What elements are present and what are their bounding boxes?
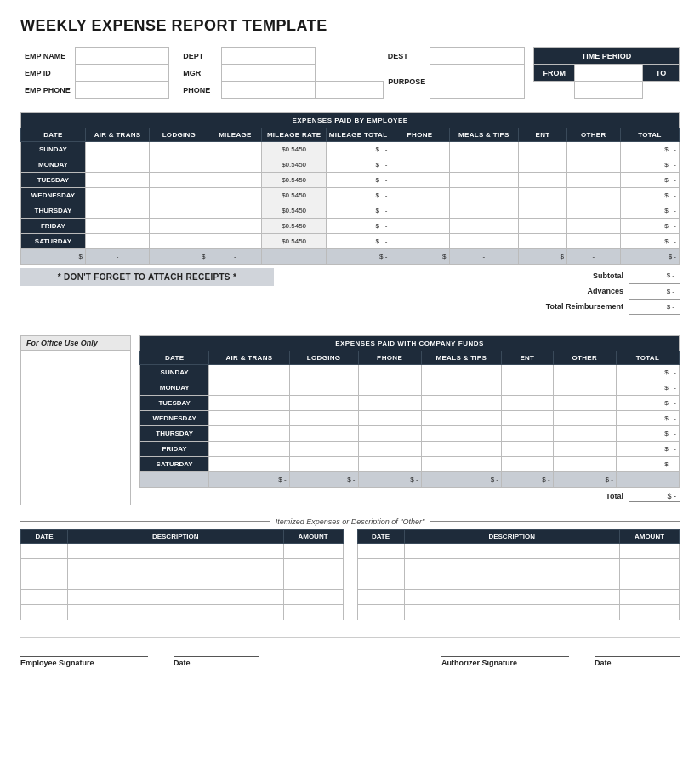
other-cell[interactable] [566,142,620,157]
other-cell[interactable] [566,219,620,234]
phone-value[interactable] [221,82,315,99]
other-cell[interactable] [566,203,620,219]
meals-cell[interactable] [449,173,519,188]
ent-cell[interactable] [519,188,567,203]
lodging-cell[interactable] [150,234,208,249]
phone-cell[interactable] [390,188,449,203]
phone-cell-c[interactable] [358,425,421,441]
air-trans-cell-c[interactable] [209,395,289,410]
ent-cell[interactable] [519,219,567,234]
air-trans-cell[interactable] [85,219,149,234]
air-trans-cell[interactable] [85,173,149,188]
air-trans-cell-c[interactable] [209,410,289,425]
itemized-desc[interactable] [404,574,620,589]
lodging-cell-c[interactable] [289,410,358,425]
air-trans-cell-c[interactable] [209,380,289,395]
itemized-amount[interactable] [283,589,343,604]
air-trans-cell[interactable] [85,188,149,203]
itemized-amount[interactable] [620,589,680,604]
ent-cell[interactable] [519,173,567,188]
meals-cell[interactable] [449,142,519,157]
meals-cell-c[interactable] [421,395,501,410]
itemized-date[interactable] [357,558,404,574]
phone-cell[interactable] [390,173,449,188]
meals-cell[interactable] [449,157,519,173]
meals-cell[interactable] [449,188,519,203]
meals-cell[interactable] [449,234,519,249]
dest-value[interactable] [430,48,524,65]
itemized-date[interactable] [21,558,68,574]
lodging-cell[interactable] [150,173,208,188]
air-trans-cell[interactable] [85,142,149,157]
lodging-cell[interactable] [150,219,208,234]
air-trans-cell-c[interactable] [209,456,289,471]
itemized-desc[interactable] [68,543,284,558]
itemized-desc[interactable] [404,604,620,620]
phone-cell-c[interactable] [358,441,421,456]
phone-cell-c[interactable] [358,395,421,410]
lodging-cell-c[interactable] [289,456,358,471]
emp-name-value[interactable] [75,48,168,65]
other-cell-c[interactable] [553,380,616,395]
mileage-cell[interactable] [208,157,262,173]
dept-value[interactable] [221,48,315,65]
meals-cell-c[interactable] [421,364,501,380]
meals-cell-c[interactable] [421,425,501,441]
lodging-cell-c[interactable] [289,364,358,380]
phone-cell-c[interactable] [358,410,421,425]
lodging-cell-c[interactable] [289,395,358,410]
phone-cell-c[interactable] [358,456,421,471]
itemized-date[interactable] [357,574,404,589]
ent-cell-c[interactable] [502,456,554,471]
air-trans-cell-c[interactable] [209,441,289,456]
lodging-cell[interactable] [150,157,208,173]
itemized-desc[interactable] [404,543,620,558]
meals-cell-c[interactable] [421,410,501,425]
phone-cell[interactable] [390,234,449,249]
lodging-cell-c[interactable] [289,425,358,441]
emp-id-value[interactable] [75,65,168,82]
phone-cell[interactable] [390,142,449,157]
phone-cell-c[interactable] [358,364,421,380]
air-trans-cell-c[interactable] [209,364,289,380]
lodging-cell[interactable] [150,188,208,203]
itemized-date[interactable] [21,604,68,620]
ent-cell-c[interactable] [502,364,554,380]
lodging-cell-c[interactable] [289,441,358,456]
other-cell-c[interactable] [553,425,616,441]
mileage-cell[interactable] [208,142,262,157]
to-value[interactable] [575,82,643,99]
mileage-cell[interactable] [208,188,262,203]
itemized-desc[interactable] [68,558,284,574]
mileage-cell[interactable] [208,173,262,188]
itemized-desc[interactable] [68,604,284,620]
ent-cell-c[interactable] [502,425,554,441]
meals-cell[interactable] [449,219,519,234]
itemized-desc[interactable] [68,574,284,589]
itemized-date[interactable] [357,543,404,558]
phone-cell[interactable] [390,219,449,234]
itemized-date[interactable] [357,604,404,620]
emp-phone-value[interactable] [75,82,168,99]
itemized-amount[interactable] [283,543,343,558]
itemized-date[interactable] [357,589,404,604]
air-trans-cell[interactable] [85,203,149,219]
mileage-cell[interactable] [208,234,262,249]
other-cell-c[interactable] [553,441,616,456]
ent-cell[interactable] [519,142,567,157]
itemized-date[interactable] [21,589,68,604]
other-cell[interactable] [566,188,620,203]
mgr-value[interactable] [221,65,315,82]
ent-cell-c[interactable] [502,441,554,456]
itemized-amount[interactable] [620,604,680,620]
itemized-date[interactable] [21,574,68,589]
meals-cell-c[interactable] [421,441,501,456]
other-cell-c[interactable] [553,410,616,425]
meals-cell-c[interactable] [421,456,501,471]
itemized-amount[interactable] [283,604,343,620]
itemized-amount[interactable] [620,543,680,558]
ent-cell-c[interactable] [502,380,554,395]
itemized-desc[interactable] [404,558,620,574]
purpose-value[interactable] [430,65,524,99]
other-cell-c[interactable] [553,456,616,471]
